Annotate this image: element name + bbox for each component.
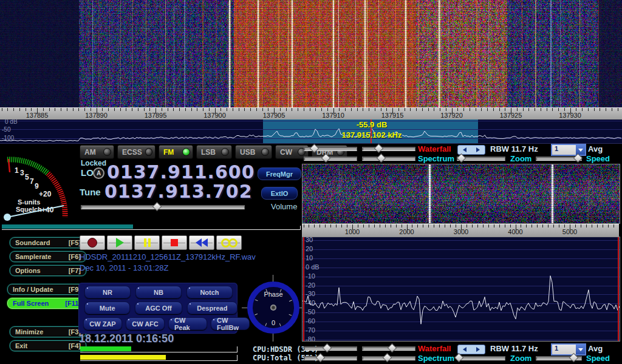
ruler-tick <box>582 108 583 111</box>
full-screen-button[interactable]: Full Screen[F11] <box>7 298 86 309</box>
dsp-panel: NR NB Notch Mute AGC Off Despread CW ZAP… <box>78 283 238 334</box>
ruler-tick <box>542 224 543 228</box>
svg-text:+20: +20 <box>39 190 52 198</box>
waterfall-contrast-slider-bottom[interactable] <box>362 344 415 351</box>
ruler-tick <box>446 108 446 111</box>
ruler-tick <box>499 224 500 228</box>
info-update-button[interactable]: Info / Update[F9] <box>7 284 86 295</box>
play-button[interactable] <box>107 235 132 250</box>
slider-thumb[interactable] <box>377 153 386 163</box>
zoom-slider-top[interactable] <box>457 154 505 161</box>
main-frequency-ruler[interactable]: 1378851378901378951379001379051379101379… <box>0 107 622 121</box>
waterfall-shift-spinner-bottom[interactable] <box>457 345 485 354</box>
slider-thumb[interactable] <box>323 343 332 353</box>
ruler-tick <box>581 224 581 228</box>
nr-button[interactable]: NR <box>84 286 131 298</box>
spin-left-icon[interactable] <box>463 147 466 152</box>
mute-button[interactable]: Mute <box>84 302 130 314</box>
lo-frequency-display[interactable]: 0137.911.600 <box>107 161 255 183</box>
cw-zap-button[interactable]: CW ZAP <box>83 317 122 330</box>
slider-thumb[interactable] <box>573 153 583 163</box>
spin-right-icon[interactable] <box>476 147 480 152</box>
loop-button[interactable] <box>216 235 242 250</box>
stop-button[interactable] <box>162 235 187 250</box>
ruler-tick <box>552 108 553 111</box>
playback-progress-bar[interactable] <box>2 224 301 230</box>
mode-lsb-button[interactable]: LSB <box>196 145 232 159</box>
spin-left-icon[interactable] <box>463 347 466 352</box>
spectrum-gain-slider[interactable] <box>304 154 357 161</box>
ruler-tick <box>606 108 606 111</box>
speed-slider-bottom[interactable] <box>536 354 582 360</box>
extio-button[interactable]: ExtIO <box>261 187 298 200</box>
rf-cursor-right <box>618 237 619 341</box>
spectrum-range-slider[interactable] <box>362 154 415 161</box>
s-meter-gauge[interactable]: 1 3 5 7 9 +20 +40 S-units Squelch <box>1 146 78 224</box>
slider-thumb[interactable] <box>569 353 579 363</box>
ruler-tick <box>26 108 26 111</box>
cw-fullbw-button[interactable]: CW FullBw <box>211 317 250 330</box>
ruler-tick <box>402 224 402 228</box>
speed-label-top: Speed <box>586 154 610 163</box>
mode-ecss-button[interactable]: ECSS <box>117 145 156 159</box>
soundcard-button[interactable]: Soundcard[F5] <box>10 237 86 248</box>
cw-peak-button[interactable]: CW Peak <box>168 317 207 330</box>
tune-frequency-display[interactable]: 0137.913.702 <box>104 181 253 202</box>
slider-thumb[interactable] <box>374 144 384 153</box>
record-button[interactable] <box>80 235 105 250</box>
ruler-tick <box>325 224 326 228</box>
mode-am-button[interactable]: AM <box>80 145 114 159</box>
phase-tick <box>289 300 292 302</box>
ruler-tick <box>608 224 609 228</box>
zoom-slider-bottom[interactable] <box>457 354 505 360</box>
ruler-tick <box>244 108 245 111</box>
spin-right-icon[interactable] <box>476 347 480 352</box>
notch-button[interactable]: Notch <box>186 286 233 298</box>
mode-fm-button[interactable]: FM <box>159 145 193 159</box>
ruler-tick <box>91 108 91 111</box>
exit-button[interactable]: Exit[F4] <box>10 340 86 351</box>
rf-frequency-ruler[interactable]: 10002000300040005000 <box>302 224 619 237</box>
main-waterfall-display[interactable] <box>0 0 622 107</box>
pause-button[interactable] <box>134 235 160 250</box>
main-spectrum-display[interactable]: 0 dB -50 -100 -55.9 dB 137.915.102 kHz <box>0 120 622 144</box>
play-icon <box>116 238 124 248</box>
cw-afc-button[interactable]: CW AFC <box>126 317 165 330</box>
local-datetime: 18.12.2011 0:16:50 <box>79 332 174 345</box>
slider-thumb[interactable] <box>321 153 331 163</box>
samplerate-button[interactable]: Samplerate[F6] <box>10 251 86 262</box>
dropdown-arrow-icon[interactable] <box>576 345 585 354</box>
agc-off-button[interactable]: AGC Off <box>135 302 182 314</box>
minimize-button[interactable]: Minimize[F3] <box>10 326 86 337</box>
nb-button[interactable]: NB <box>135 286 182 298</box>
ruler-tick <box>363 224 364 228</box>
slider-thumb[interactable] <box>456 153 466 163</box>
phase-indicator[interactable]: Phase 0 <box>247 281 299 334</box>
rf-spectrum-display[interactable]: 3020100 dB-10-20-30-40-50-60-70-80 <box>302 237 620 342</box>
ruler-tick <box>597 224 598 228</box>
slider-thumb[interactable] <box>383 353 392 363</box>
slider-thumb[interactable] <box>388 343 397 353</box>
slider-thumb[interactable] <box>454 353 463 363</box>
mode-usb-button[interactable]: USB <box>235 145 272 159</box>
waterfall-brightness-slider[interactable] <box>304 144 357 151</box>
volume-slider[interactable] <box>81 203 245 209</box>
waterfall-brightness-slider-bottom[interactable] <box>304 344 357 351</box>
ruler-tick <box>493 108 494 111</box>
svg-text:3: 3 <box>20 169 24 177</box>
ruler-tick <box>250 108 251 111</box>
rewind-button[interactable] <box>189 235 214 250</box>
rf-waterfall-display[interactable] <box>302 164 620 224</box>
waterfall-contrast-slider[interactable] <box>362 144 415 151</box>
options-button[interactable]: Options[F7] <box>10 265 86 276</box>
lo-auto-badge[interactable]: A <box>93 167 104 179</box>
despread-button[interactable]: Despread <box>187 302 238 314</box>
mode-led <box>145 148 152 156</box>
freqmgr-button[interactable]: FreqMgr <box>258 167 301 180</box>
spectrum-gain-slider-bottom[interactable] <box>304 354 357 360</box>
ruler-tick <box>268 108 268 111</box>
ruler-tick <box>423 224 423 228</box>
ruler-tick <box>396 224 397 228</box>
spectrum-range-slider-bottom[interactable] <box>362 354 415 360</box>
speed-slider-top[interactable] <box>536 154 582 161</box>
